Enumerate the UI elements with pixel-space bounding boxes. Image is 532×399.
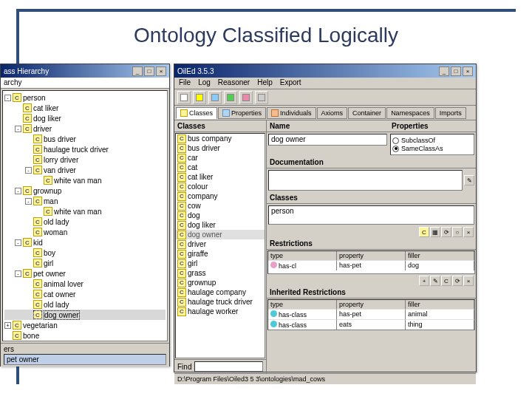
list-item[interactable]: Chaulage company [176,287,265,297]
superclass-field[interactable]: person [268,205,474,225]
tree-item[interactable]: Cdog liker [4,113,166,123]
tree-item[interactable]: Canimal lover [4,279,166,289]
tab-axioms[interactable]: Axioms [317,107,348,119]
minimize-icon[interactable]: _ [439,66,449,76]
maximize-icon[interactable]: □ [144,66,154,76]
check-green-icon[interactable] [224,91,237,104]
file-icon[interactable] [177,91,191,104]
name-input[interactable]: dog owner [268,134,387,146]
menu-file[interactable]: File [179,78,191,88]
list-item[interactable]: Cgrass [176,268,265,278]
list-item[interactable]: Cgrownup [176,278,265,287]
tree-item[interactable]: -Cman [4,196,166,206]
tree-expander-icon[interactable]: - [25,198,32,205]
class-btn-1[interactable]: ▦ [430,227,440,237]
tree-expander-icon[interactable]: - [25,167,32,174]
menu-export[interactable]: Export [280,78,301,88]
class-btn-2[interactable]: ⟳ [441,227,451,237]
tree-expander-icon[interactable]: - [15,270,21,277]
tab-namespaces[interactable]: Namespaces [386,107,434,119]
list-item[interactable]: Ccat liker [176,172,265,182]
inherited-table[interactable]: type property filler has-classhas-petani… [267,299,475,330]
list-item[interactable]: Ccat [176,163,265,172]
close-icon[interactable]: × [463,66,473,76]
class-tree[interactable]: -Cperson Ccat liker Cdog liker-Cdriver C… [2,90,168,341]
tree-expander-icon[interactable]: + [4,322,11,329]
refresh-icon[interactable] [208,91,222,104]
table-row[interactable]: has-classeatsthing [268,319,474,330]
tree-expander-icon[interactable]: - [15,239,21,246]
tree-item[interactable]: Cboy [4,248,166,258]
tree-item[interactable]: Chaulage truck driver [4,144,166,154]
find-input[interactable] [194,361,263,372]
tree-item[interactable]: Cwhite van man [4,175,166,185]
list-item[interactable]: Cdriver [176,239,265,249]
restr-add-button[interactable]: + [419,276,429,286]
restr-delete-button[interactable]: × [463,276,474,286]
minimize-icon[interactable]: _ [132,66,143,76]
list-item[interactable]: Ccolour [176,182,265,191]
tab-imports[interactable]: Imports [435,107,466,119]
info-icon[interactable] [255,91,268,104]
list-item[interactable]: Cdog owner [176,230,265,239]
tree-item[interactable]: -Ckid [4,237,166,248]
list-item[interactable]: Cgiraffe [176,249,265,259]
list-item[interactable]: Cgirl [176,259,265,268]
list-item[interactable]: Ccar [176,153,265,163]
class-list[interactable]: Cbus companyCbus driverCcarCcatCcat like… [175,133,265,358]
tabbar[interactable]: ClassesPropertiesIndividualsAxiomsContai… [174,106,476,120]
tree-item[interactable]: -Cvan driver [4,165,166,175]
restr-edit-button[interactable]: ✎ [430,276,440,286]
tree-item[interactable]: Cgirl [4,258,166,268]
list-item[interactable]: Ccow [176,201,265,211]
list-item[interactable]: Cbus company [176,134,265,143]
tree-item[interactable]: Cold lady [4,216,166,227]
tree-item[interactable]: Cbone [4,330,166,341]
footer-value[interactable]: pet owner [4,354,166,365]
menu-log[interactable]: Log [198,78,211,88]
tab-individuals[interactable]: Individuals [267,107,316,119]
tab-classes[interactable]: Classes [176,107,217,119]
list-item[interactable]: Chaulage worker [176,307,265,316]
tree-expander-icon[interactable]: - [15,126,21,132]
tree-item[interactable]: Ccat owner [4,289,166,299]
tab-container[interactable]: Container [348,107,386,119]
list-item[interactable]: Chaulage truck driver [176,297,265,307]
restrictions-table[interactable]: type property filler has-cl has-pet dog [267,250,475,274]
class-add-c-button[interactable]: C [419,227,429,237]
tree-expander-icon[interactable]: - [15,188,21,194]
list-item[interactable]: Cdog [176,211,265,220]
tree-item[interactable]: Cwoman [4,227,166,237]
list-item[interactable]: Cdog liker [176,220,265,230]
class-delete-button[interactable]: × [463,227,474,237]
menu-reasoner[interactable]: Reasoner [218,78,250,88]
tree-item[interactable]: -Cdriver [4,123,166,134]
list-item[interactable]: Cbus driver [176,143,265,153]
tab-properties[interactable]: Properties [218,107,266,119]
tree-expander-icon[interactable]: - [4,95,11,101]
table-row[interactable]: has-classhas-petanimal [268,309,474,319]
close-icon[interactable]: × [156,66,166,76]
doc-edit-button[interactable]: ✎ [464,175,474,185]
restr-refresh-button[interactable]: ⟳ [452,276,463,286]
tree-item[interactable]: Cdog owner [4,310,166,320]
tree-item[interactable]: Clorry driver [4,154,166,165]
tree-item[interactable]: Cbus driver [4,134,166,144]
tree-item[interactable]: Cbrain [4,341,166,341]
sameclass-radio[interactable] [392,146,399,152]
tree-item[interactable]: Ccat liker [4,103,166,113]
tree-item[interactable]: +Cvegetarian [4,320,166,330]
bolt-icon[interactable] [193,91,206,104]
class-btn-3[interactable]: ○ [452,227,463,237]
titlebar[interactable]: ass Hierarchy _ □ × [1,64,169,78]
restr-c-button[interactable]: C [441,276,451,286]
tree-item[interactable]: -Cgrownup [4,185,166,196]
tree-item[interactable]: Cold lady [4,299,166,310]
menubar[interactable]: FileLogReasonerHelpExport [174,78,476,89]
list-item[interactable]: Ccompany [176,191,265,201]
tree-item[interactable]: -Cpet owner [4,268,166,279]
tree-item[interactable]: Cwhite van man [4,206,166,216]
subclass-radio[interactable] [392,137,399,144]
menu-help[interactable]: Help [257,78,273,88]
titlebar[interactable]: OilEd 3.5.3 _ □ × [174,64,476,78]
